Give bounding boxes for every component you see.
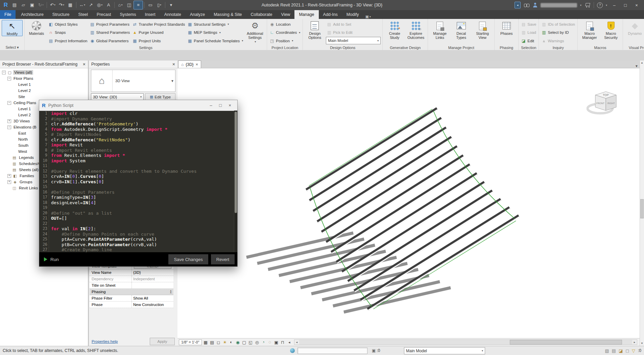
ribbon-button-select-by-id[interactable]: ▥Select by ID bbox=[541, 29, 576, 36]
property-value[interactable]: Independent bbox=[132, 276, 173, 282]
collapse-viewbar-icon[interactable]: ◂ bbox=[287, 340, 292, 345]
ribbon-button-pick-to-edit[interactable]: ▥Pick to Edit bbox=[326, 29, 381, 36]
section-icon[interactable]: ◫ bbox=[125, 1, 134, 9]
property-section-phasing[interactable]: Phasing∧∧ bbox=[90, 289, 173, 295]
filter-icon[interactable]: ▽ bbox=[632, 348, 635, 353]
crop-view-icon[interactable]: ▢ bbox=[241, 340, 247, 345]
python-scroll-thumb[interactable] bbox=[235, 112, 237, 213]
view-tab-3d[interactable]: ⌂ {3D} × bbox=[178, 61, 201, 68]
open-icon[interactable]: ▱ bbox=[19, 1, 28, 9]
collapse-icon[interactable]: − bbox=[2, 71, 6, 74]
ribbon-button-structural-settings[interactable]: ▦Structural Settings▾ bbox=[187, 21, 244, 28]
ribbon-button-modify[interactable]: ↖Modify bbox=[2, 20, 23, 36]
ribbon-button-snaps[interactable]: ∩Snaps bbox=[48, 29, 88, 36]
sync-with-central-icon[interactable]: ↻▾ bbox=[37, 1, 45, 9]
constraints-icon[interactable]: ⊓ bbox=[280, 340, 286, 345]
ribbon-tab-structure[interactable]: Structure bbox=[48, 10, 74, 19]
default-3d-view-icon[interactable]: ⌂▾ bbox=[116, 1, 125, 9]
sun-path-icon[interactable]: ☀ bbox=[222, 340, 228, 345]
python-code-editor[interactable]: 1import clr2#import Dynamo Geometry3clr.… bbox=[39, 111, 237, 252]
view-tab-list-icon[interactable]: ▼ bbox=[633, 64, 640, 68]
revit-logo[interactable]: R bbox=[1, 1, 10, 9]
ribbon-tab-systems[interactable]: Systems bbox=[115, 10, 140, 19]
show-rendering-icon[interactable]: ◉ bbox=[235, 340, 241, 345]
python-minimize-button[interactable]: – bbox=[206, 100, 216, 111]
hide-isolate-icon[interactable]: ◔ bbox=[260, 340, 267, 345]
ribbon-tab-steel[interactable]: Steel bbox=[74, 10, 93, 19]
print-icon[interactable]: ▦ bbox=[66, 1, 75, 9]
ribbon-tab-add-ins[interactable]: Add-Ins bbox=[319, 10, 342, 19]
ribbon-tab-insert[interactable]: Insert bbox=[140, 10, 160, 19]
ribbon-button-shared-parameters[interactable]: ▥Shared Parameters bbox=[89, 29, 131, 36]
model-display-icon[interactable]: ▦ bbox=[202, 340, 209, 345]
ribbon-button-warnings[interactable]: ▲Warnings bbox=[541, 37, 576, 44]
tree-item-floor-plans[interactable]: −Floor Plans bbox=[0, 75, 88, 81]
collapse-section-icon[interactable]: ∧∧ bbox=[170, 289, 172, 295]
edit-type-button[interactable]: ▦ Edit Type bbox=[145, 93, 175, 100]
ribbon-button-macro-manager[interactable]: Macro Manager bbox=[579, 20, 600, 40]
ribbon-button-dynamo[interactable]: ◆Dynamo bbox=[625, 20, 644, 36]
ribbon-tab-view[interactable]: View bbox=[277, 10, 295, 19]
app-store-cart-icon[interactable] bbox=[585, 3, 591, 7]
expand-icon[interactable]: + bbox=[7, 119, 11, 123]
view-properties-icon[interactable]: ▣ bbox=[273, 340, 280, 345]
ribbon-button-create-study[interactable]: *Create Study bbox=[384, 20, 405, 40]
ribbon-button-position[interactable]: ◳Position▾ bbox=[269, 37, 301, 44]
python-editor-scrollbar[interactable] bbox=[234, 111, 237, 252]
detail-level-icon[interactable]: ▤ bbox=[209, 340, 215, 345]
type-selector-dropdown-icon[interactable]: ▼ bbox=[170, 79, 175, 83]
help-dropdown-icon[interactable]: ▾ bbox=[606, 4, 607, 7]
tree-item-site[interactable]: Site bbox=[0, 94, 88, 100]
ribbon-button-additional-settings[interactable]: ⚙Additional Settings▾ bbox=[245, 20, 265, 43]
expand-icon[interactable]: + bbox=[7, 180, 11, 184]
run-button[interactable]: Run bbox=[44, 257, 59, 262]
tree-item-views-all[interactable]: −▢Views (all) bbox=[0, 69, 88, 75]
ribbon-tab-manage[interactable]: Manage bbox=[294, 10, 318, 19]
horizontal-scroll-thumb[interactable] bbox=[510, 340, 622, 345]
worksets-status[interactable]: ▣ :0 bbox=[372, 346, 380, 355]
tree-item-level-2[interactable]: Level 2 bbox=[0, 88, 88, 94]
ribbon-button-panel-schedule-templates[interactable]: ▦Panel Schedule Templates▾ bbox=[187, 37, 244, 44]
tag-icon[interactable]: ◎▾ bbox=[95, 1, 104, 9]
redo-icon[interactable]: ↷▾ bbox=[57, 1, 66, 9]
user-icon[interactable] bbox=[533, 3, 538, 7]
maximize-button[interactable]: □ bbox=[621, 3, 629, 8]
python-window-titlebar[interactable]: R Python Script – □ × bbox=[39, 100, 237, 111]
ribbon-tab-collaborate[interactable]: Collaborate bbox=[246, 10, 277, 19]
python-close-button[interactable]: × bbox=[225, 100, 235, 111]
ribbon-tab-massing-site[interactable]: Massing & Site bbox=[209, 10, 246, 19]
close-hidden-windows-icon[interactable]: ▭ bbox=[146, 1, 155, 9]
ribbon-tab-annotate[interactable]: Annotate bbox=[160, 10, 186, 19]
ribbon-button-macro-security[interactable]: !Macro Security bbox=[601, 20, 621, 40]
ribbon-button-purge-unused[interactable]: ▲Purge Unused bbox=[132, 29, 186, 36]
vertical-scroll-thumb[interactable] bbox=[640, 199, 644, 218]
collapse-icon[interactable]: − bbox=[7, 125, 11, 129]
file-tab-icon[interactable]: ▤ bbox=[10, 1, 19, 9]
reveal-hidden-icon[interactable]: ◌ bbox=[267, 340, 273, 345]
scroll-up-icon[interactable]: ▲ bbox=[640, 61, 644, 65]
property-value[interactable]: New Construction bbox=[132, 302, 173, 308]
tree-item-level-1[interactable]: Level 1 bbox=[0, 81, 88, 88]
search-icon[interactable] bbox=[524, 3, 530, 7]
close-button[interactable]: × bbox=[633, 3, 641, 8]
ribbon-button-edit[interactable]: ◪Edit bbox=[520, 37, 537, 44]
collapse-icon[interactable]: − bbox=[7, 101, 11, 105]
revert-button[interactable]: Revert bbox=[211, 254, 235, 264]
visual-style-icon[interactable]: ◻ bbox=[215, 340, 222, 345]
aligned-dimension-icon[interactable]: ↗ bbox=[87, 1, 95, 9]
ribbon-button-object-styles[interactable]: ◧Object Styles bbox=[48, 21, 88, 28]
help-icon[interactable]: ? bbox=[597, 2, 603, 8]
property-value[interactable]: Show All bbox=[132, 295, 173, 301]
ribbon-tab-modify[interactable]: Modify bbox=[342, 10, 363, 19]
ribbon-button-project-units[interactable]: ▦Project Units bbox=[132, 37, 186, 44]
horizontal-scrollbar[interactable]: ◂ ▸ bbox=[294, 339, 637, 345]
ribbon-tab-architecture[interactable]: Architecture bbox=[17, 10, 48, 19]
ribbon-button-starting-view[interactable]: Starting View bbox=[472, 20, 493, 40]
exclude-options-icon[interactable]: ◪ bbox=[619, 348, 623, 353]
collapse-toolbar-icon[interactable]: ◂ bbox=[515, 2, 521, 8]
scroll-down-icon[interactable]: ▼ bbox=[640, 341, 644, 346]
ribbon-button-phases[interactable]: Phases bbox=[496, 20, 517, 36]
scroll-left-icon[interactable]: ◂ bbox=[294, 340, 299, 345]
editable-only-icon[interactable]: ▤ bbox=[612, 348, 616, 353]
measure-icon[interactable]: ↔▾ bbox=[78, 1, 87, 9]
